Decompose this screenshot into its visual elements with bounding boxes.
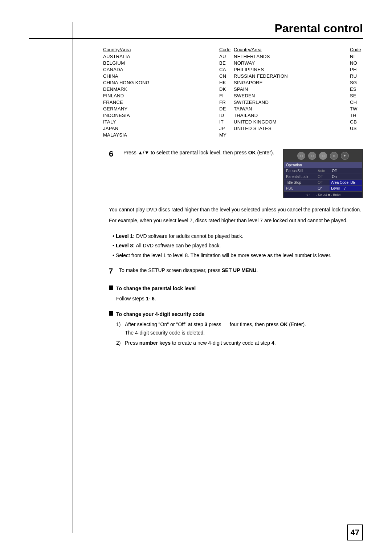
table-row: PHILIPPINESPH [232,66,363,73]
country-table-right: Country/Area Code NETHERLANDSNLNORWAYNOP… [232,46,363,131]
sub-item-1: 1) After selecting "On" or "Off" at step… [116,320,363,337]
table-row: ITALYIT [102,118,232,125]
table-row: FINLANDFI [102,92,232,99]
table-row: NETHERLANDSNL [232,53,363,60]
table-row: FRANCEFR [102,99,232,105]
main-paragraphs: You cannot play DVD discs rated higher t… [109,206,363,225]
country-name: SWITZERLAND [232,99,348,105]
country-code: NL [348,53,363,60]
bullet-list: • Level 1: DVD software for adults canno… [109,232,363,259]
table-row: BELGIUMBE [102,60,232,66]
ui-icon-3: ⬡ [319,152,327,160]
table-row: AUSTRALIAAU [102,53,232,60]
sub-section-1-header: To change the parental lock level [109,284,363,292]
country-code: GB [348,118,363,125]
table-row: NORWAYNO [232,60,363,66]
bullet-3-text: Select from the level 1 to level 8. The … [116,251,331,259]
country-code: CH [348,99,363,105]
ui-bottom-bar: ↑↓←→ : Select ◆ : Enter [284,191,362,198]
country-name: INDONESIA [102,112,218,118]
ui-row-titlestop: Title Stop Off Area Code DE [284,180,362,186]
sub-section-2-header: To change your 4-digit security code [109,310,363,318]
sub-section-1-title: To change the parental lock level [116,284,196,292]
step7-bold: SET UP MENU [222,267,256,273]
ui-val-parental-off: Off [315,174,330,180]
country-code: ES [348,86,363,92]
country-name: ITALY [102,118,218,125]
country-name: CANADA [102,66,218,73]
sub-section-1-text: Follow steps 1- 6. [116,296,156,301]
table-row: GERMANYDE [102,105,232,112]
country-code: IT [218,118,232,125]
sub-item-2-num: 2) [116,339,122,347]
country-code: ID [218,112,232,118]
sub-item-2-text: Press number keys to create a new 4-digi… [125,339,276,347]
col-header-code-2: Code [348,46,363,53]
ui-label-parental: Parental Lock [284,174,315,180]
bullet-3: • [113,251,114,259]
country-name: FINLAND [102,92,218,99]
ui-row-parental: Parental Lock Off On [284,174,362,180]
bullet-item-3: • Select from the level 1 to level 8. Th… [109,251,363,259]
main-p2: For example, when you select level 7, di… [109,216,363,224]
ui-top-icons-bar: ⬡ ⬡ ⬡ ⊕ ✦ [284,150,362,162]
ui-val-parental-on: On [330,174,362,180]
ui-icon-1: ⬡ [297,152,305,160]
bullet-1: • [113,232,114,240]
table-row: JAPANJP [102,125,232,131]
country-code: DE [218,105,232,112]
step6-ok: OK [248,150,256,155]
table-row: INDONESIAID [102,112,232,118]
country-name: FRANCE [102,99,218,105]
table-row: RUSSIAN FEDERATIONRU [232,73,363,79]
country-code: FI [218,92,232,99]
bullet-2: • [113,242,114,250]
sub-section-2: To change your 4-digit security code 1) … [109,310,363,347]
bullet-item-2: • Level 8: All DVD software can be playe… [109,242,363,250]
country-table-section: Country/Area Code AUSTRALIAAUBELGIUMBECA… [102,46,363,138]
table-row: CHINACN [102,73,232,79]
country-name: CHINA [102,73,218,79]
sub-item-1-num: 1) [116,320,122,337]
country-code: US [348,125,363,131]
black-square-2 [109,311,113,316]
sub-section-2-content: 1) After selecting "On" or "Off" at step… [109,320,363,347]
table-row: SWITZERLANDCH [232,99,363,105]
step7-text-before: To make the SETUP screen disappear, pres… [119,267,222,273]
step7-section: 7 To make the SETUP screen disappear, pr… [109,267,363,275]
col-header-area-2: Country/Area [232,46,348,53]
country-code: RU [348,73,363,79]
country-name: NORWAY [232,60,348,66]
country-code: CN [218,73,232,79]
ui-val-pause-auto: Auto [315,168,330,174]
ui-val-pause-off: Off [330,168,362,174]
country-code: TW [348,105,363,112]
ui-val-titlestop-de: Area Code DE [330,180,362,186]
country-code: DK [218,86,232,92]
ui-row-pbc: PBC On Level 7 [284,186,362,191]
table-row: THAILANDTH [232,112,363,118]
step6-text: Press ▲/▼ to select the parental lock le… [123,149,274,157]
ui-icon-4: ⊕ [330,152,338,160]
table-row: TAIWANTW [232,105,363,112]
page-container: Parental control Country/Area Code AUSTR… [0,0,392,555]
step7-number: 7 [109,267,115,275]
ui-row-pause: Pause/Still Auto Off [284,168,362,174]
country-name: DENMARK [102,86,218,92]
country-col-2: Country/Area Code NETHERLANDSNLNORWAYNOP… [232,46,363,138]
col-header-area-1: Country/Area [102,46,218,53]
step6-number: 6 [109,149,118,198]
step6-text-after: (Enter). [256,150,274,155]
col-header-code-1: Code [218,46,232,53]
country-name: RUSSIAN FEDERATION [232,73,348,79]
country-name: PHILIPPINES [232,66,348,73]
table-row: SINGAPORESG [232,79,363,86]
country-code: SG [348,79,363,86]
page-number: 47 [347,524,363,540]
ui-val-pbc-on: On [315,186,330,191]
page-title: Parental control [29,22,363,39]
country-code: TH [348,112,363,118]
country-name: THAILAND [232,112,348,118]
country-code: FR [218,99,232,105]
ui-label-pause: Pause/Still [284,168,315,174]
